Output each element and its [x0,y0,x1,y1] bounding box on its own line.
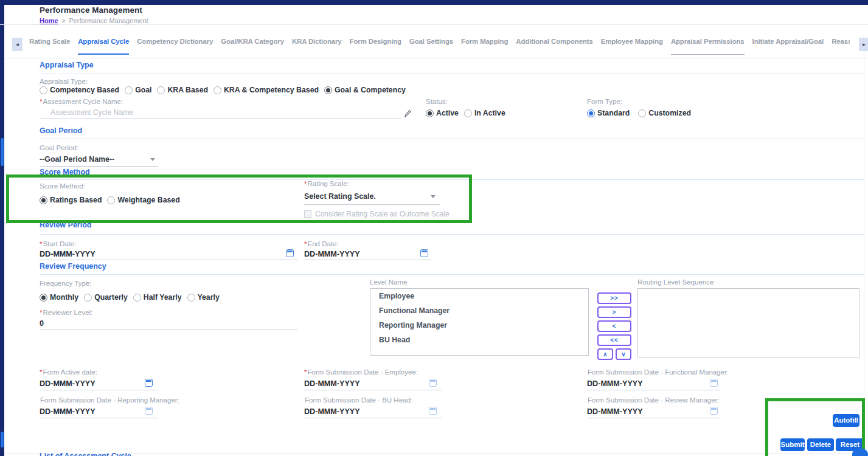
input-underline [40,166,158,167]
chevron-right-icon: ► [862,42,867,47]
form-submission-functional-manager-input[interactable]: DD-MMM-YYYY [587,379,643,388]
tab-initiate-appraisal-goal[interactable]: Initiate Appraisal/Goal [752,24,824,58]
form-submission-bu-head-input[interactable]: DD-MMM-YYYY [304,407,360,416]
tab-goal-settings[interactable]: Goal Settings [409,24,453,58]
delete-button[interactable]: Delete [807,438,834,451]
radio-icon-selected[interactable] [324,86,332,94]
radio-option-label[interactable]: Competency Based [50,86,119,94]
end-date-input[interactable]: DD-MMM-YYYY [304,250,360,258]
calendar-icon[interactable] [286,249,294,257]
radio-icon-selected[interactable] [426,109,434,117]
form-submission-bu-head-label: Form Submission Date - BU Head: [304,396,412,404]
radio-icon[interactable] [464,109,472,117]
move-up-button[interactable]: ∧ [597,348,613,360]
tab-additional-components[interactable]: Additional Components [516,24,592,58]
goal-period-label: Goal Period: [40,144,78,151]
list-item[interactable]: BU Head [370,333,588,347]
start-date-input[interactable]: DD-MMM-YYYY [40,250,95,258]
radio-icon-selected[interactable] [40,294,47,302]
radio-option-label[interactable]: Standard [597,109,630,117]
move-right-button[interactable]: > [597,306,631,318]
submit-button[interactable]: Submit [780,438,805,451]
tab-kra-dictionary[interactable]: KRA Dictionary [292,24,342,58]
radio-option-label[interactable]: In Active [474,109,505,117]
move-all-right-button[interactable]: >> [597,292,631,304]
radio-option-label[interactable]: Quarterly [94,293,128,302]
radio-option-label[interactable]: Half Yearly [144,293,182,302]
radio-icon[interactable] [107,196,115,204]
checkbox-icon[interactable] [304,210,311,218]
radio-icon[interactable] [84,294,92,302]
required-asterisk: * [40,368,42,376]
form-active-date-input[interactable]: DD-MMM-YYYY [40,379,95,388]
calendar-icon[interactable] [145,407,153,415]
tab-rating-scale[interactable]: Rating Scale [29,24,70,58]
radio-option-label[interactable]: Yearly [198,293,220,302]
input-underline [40,119,401,119]
radio-option-label[interactable]: Customized [648,109,691,117]
radio-option-label[interactable]: Goal & Competency [335,86,406,94]
radio-icon[interactable] [214,86,221,94]
goal-period-dropdown[interactable]: --Goal Period Name-- [40,155,114,164]
tabs-scroll-left-button[interactable]: ◄ [12,38,23,51]
tab-form-mapping[interactable]: Form Mapping [461,24,508,58]
left-rail-thumb-lower[interactable] [1,432,4,447]
assessment-cycle-name-label: *Assessment Cycle Name: [40,98,123,105]
breadcrumb-home-link[interactable]: Home [40,17,58,24]
radio-icon[interactable] [187,294,195,302]
assessment-cycle-name-input[interactable]: Assessment Cycle Name [50,108,133,117]
radio-option-label[interactable]: Weightage Based [117,196,179,204]
section-title-score-method: Score Method [40,168,90,176]
radio-option-label[interactable]: Monthly [50,293,78,302]
tab-appraisal-cycle[interactable]: Appraisal Cycle [78,24,129,58]
move-all-left-button[interactable]: << [597,334,631,346]
reviewer-level-label: *Reviewer Level: [40,309,92,316]
radio-option-label[interactable]: KRA Based [167,86,208,94]
input-underline [40,418,158,418]
calendar-icon[interactable] [710,379,718,387]
section-divider [40,274,864,275]
calendar-icon[interactable] [145,379,153,387]
radio-icon[interactable] [133,294,141,302]
tab-form-designing[interactable]: Form Designing [350,24,401,58]
radio-icon[interactable] [638,109,646,117]
radio-icon-selected[interactable] [587,109,595,117]
calendar-icon[interactable] [429,379,437,387]
move-down-button[interactable]: ∨ [616,348,631,360]
left-scrollbar-thumb[interactable] [1,138,4,166]
tab-goal-kra-category[interactable]: Goal/KRA Category [221,24,284,58]
radio-option-label[interactable]: Goal [135,86,151,94]
radio-icon[interactable] [125,86,133,94]
section-divider [40,139,864,139]
list-item[interactable]: Functional Manager [370,303,588,318]
routing-level-sequence-listbox[interactable] [637,288,859,358]
calendar-icon[interactable] [429,407,437,415]
radio-icon-selected[interactable] [40,196,47,204]
list-item[interactable]: Employee [370,289,588,303]
chevron-left-icon: ◄ [15,42,20,47]
radio-option-label[interactable]: Active [436,109,459,117]
tabs-scroll-right-button[interactable]: ► [859,38,868,51]
autofill-button[interactable]: Autofill [833,414,859,427]
radio-option-label[interactable]: KRA & Competency Based [224,86,319,94]
tab-reassign-appraisal-forms[interactable]: Reassign Appraisal Forms [832,24,850,58]
calendar-icon[interactable] [420,249,428,257]
form-submission-employee-input[interactable]: DD-MMM-YYYY [304,379,360,388]
tab-appraisal-permissions[interactable]: Appraisal Permissions [671,24,745,58]
rating-scale-dropdown[interactable]: Select Rating Scale. [304,192,376,201]
form-submission-reporting-manager-input[interactable]: DD-MMM-YYYY [40,407,95,416]
level-name-listbox[interactable]: Employee Functional Manager Reporting Ma… [370,288,589,356]
radio-option-label[interactable]: Ratings Based [50,196,102,204]
tab-employee-mapping[interactable]: Employee Mapping [601,24,663,58]
required-asterisk: * [304,368,307,376]
radio-icon[interactable] [157,86,165,94]
corner-logo-swoosh [852,448,868,456]
calendar-icon[interactable] [710,407,718,415]
form-submission-review-manager-input[interactable]: DD-MMM-YYYY [587,407,643,416]
tab-competency-dictionary[interactable]: Competency Dictionary [137,24,213,58]
list-item[interactable]: Reporting Manager [370,318,588,333]
radio-icon[interactable] [40,86,47,94]
form-submission-functional-manager-label: Form Submission Date - Functional Manage… [587,368,729,376]
move-left-button[interactable]: < [597,320,631,332]
reviewer-level-input[interactable]: 0 [40,319,44,328]
